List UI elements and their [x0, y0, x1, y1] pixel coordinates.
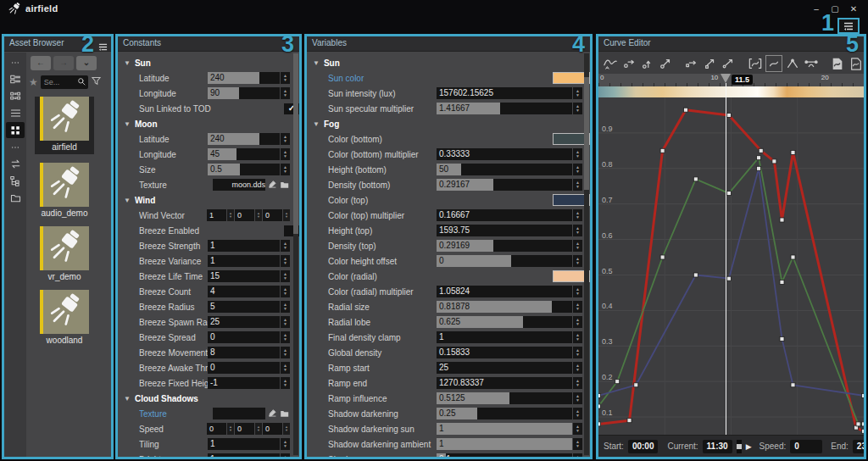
spinner-control[interactable]: ▲▼	[281, 270, 290, 282]
scrollbar-thumb[interactable]	[293, 53, 298, 234]
value-field[interactable]: 0.5125	[437, 392, 572, 404]
tangent-smooth-icon[interactable]	[721, 55, 736, 72]
value-field[interactable]: 1	[208, 240, 280, 252]
value-field[interactable]: 1	[208, 453, 280, 457]
spinner-control[interactable]: ▲▼	[227, 209, 234, 221]
move-key-horizontal-icon[interactable]	[620, 55, 636, 72]
current-time-line[interactable]	[726, 83, 726, 435]
value-field[interactable]: 1	[437, 331, 572, 343]
current-time-field[interactable]: 11:30	[703, 440, 732, 453]
value-field[interactable]: 8	[208, 347, 280, 358]
value-field[interactable]: 1	[208, 255, 280, 267]
value-field[interactable]: 0.16667	[437, 209, 572, 221]
section-sun[interactable]: ▼Sun	[118, 55, 299, 70]
spinner-control[interactable]: ▲▼	[573, 377, 582, 389]
value-field[interactable]: 240	[208, 72, 280, 84]
end-time-field[interactable]: 23:59	[853, 440, 866, 453]
spinner-control[interactable]: ▲▼	[573, 87, 582, 99]
spinner-control[interactable]: ▲▼	[573, 423, 582, 435]
favorites-star-icon[interactable]: ★	[29, 76, 38, 88]
spinner-control[interactable]: ▲▼	[573, 255, 582, 267]
value-field[interactable]: 90	[208, 87, 280, 99]
browse-folder-icon[interactable]	[280, 406, 290, 421]
value-field[interactable]: 4	[208, 286, 280, 297]
value-field[interactable]: 5	[208, 301, 280, 313]
spinner-control[interactable]: ▲▼	[227, 423, 234, 435]
value-field[interactable]: 1270.83337	[437, 377, 572, 389]
curve-graph[interactable]: 0.90.80.70.60.50.40.30.20.1	[598, 97, 864, 435]
spinner-control[interactable]: ▲▼	[573, 301, 582, 313]
vector-component-field[interactable]: 0	[235, 209, 254, 221]
spinner-control[interactable]: ▲▼	[573, 286, 582, 297]
ease-out-icon[interactable]	[765, 55, 782, 72]
value-field[interactable]: -1	[208, 377, 280, 389]
fit-curve-icon[interactable]	[603, 55, 618, 72]
spinner-control[interactable]: ▲▼	[573, 331, 582, 343]
spinner-control[interactable]: ▲▼	[281, 148, 290, 160]
flatten-tangents-icon[interactable]	[803, 55, 818, 72]
spinner-control[interactable]: ▲▼	[281, 377, 290, 389]
filter-funnel-icon[interactable]	[91, 75, 102, 90]
spinner-control[interactable]: ▲▼	[281, 87, 290, 99]
spinner-control[interactable]: ▲▼	[281, 362, 290, 374]
search-input[interactable]: Se...	[41, 75, 88, 89]
section-wind[interactable]: ▼Wind	[118, 192, 299, 208]
spinner-control[interactable]: ▲▼	[573, 164, 582, 175]
spinner-control[interactable]: ▲▼	[281, 72, 290, 84]
spinner-control[interactable]: ▲▼	[281, 347, 290, 358]
asset-item-audio_demo[interactable]: audio_demo	[35, 163, 94, 218]
spinner-control[interactable]: ▲▼	[573, 392, 582, 404]
spinner-control[interactable]: ▲▼	[281, 255, 290, 267]
folder-icon[interactable]	[6, 190, 25, 206]
spinner-control[interactable]: ▲▼	[573, 408, 582, 419]
section-cloud-shadows[interactable]: ▼Cloud Shadows	[118, 391, 299, 406]
swap-arrows-icon[interactable]	[6, 156, 25, 172]
thumb-list-view-icon[interactable]	[6, 71, 25, 87]
tangent-step-icon[interactable]	[684, 55, 699, 72]
value-field[interactable]: 15	[208, 270, 280, 282]
move-key-free-icon[interactable]	[657, 55, 672, 72]
section-moon[interactable]: ▼Moon	[118, 116, 299, 131]
vector-component-field[interactable]: 0	[263, 423, 282, 435]
value-field[interactable]: 0.15833	[437, 347, 572, 358]
edit-texture-icon[interactable]	[268, 177, 278, 192]
value-field[interactable]: 25	[437, 362, 572, 374]
value-field[interactable]: 0.625	[437, 316, 572, 328]
value-field[interactable]: 157602.15625	[437, 87, 572, 99]
value-field[interactable]: 0.33333	[437, 148, 572, 160]
value-field[interactable]: 240	[208, 133, 280, 145]
spinner-control[interactable]: ▲▼	[281, 240, 290, 252]
spinner-control[interactable]: ▲▼	[573, 453, 582, 457]
value-field[interactable]: 1.05824	[437, 286, 572, 297]
spinner-control[interactable]: ▲▼	[283, 209, 290, 221]
spinner-control[interactable]: ▲▼	[283, 423, 290, 435]
value-field[interactable]: 0.5	[208, 164, 280, 175]
texture-path-field[interactable]	[213, 408, 265, 419]
vector-component-field[interactable]: 0	[235, 423, 254, 435]
value-field[interactable]: 1	[437, 423, 572, 435]
spinner-control[interactable]: ▲▼	[281, 286, 290, 297]
play-button[interactable]: ▶	[746, 442, 752, 451]
spinner-control[interactable]: ▲▼	[281, 438, 290, 450]
spinner-control[interactable]: ▲▼	[573, 347, 582, 358]
value-field[interactable]: 1	[437, 438, 572, 450]
spinner-control[interactable]: ▲▼	[281, 301, 290, 313]
curve-editor-header[interactable]: Curve Editor 5	[598, 36, 864, 52]
ease-in-icon[interactable]	[747, 55, 762, 72]
vector-component-field[interactable]: 0	[207, 423, 226, 435]
spinner-control[interactable]: ▲▼	[573, 179, 582, 191]
value-field[interactable]: 0.25	[437, 408, 572, 419]
value-field[interactable]: 25	[208, 316, 280, 328]
spinner-control[interactable]: ▲▼	[573, 240, 582, 252]
vector-component-field[interactable]: 0	[263, 209, 282, 221]
value-field[interactable]: 0.29169	[437, 240, 572, 252]
list-view-icon[interactable]	[6, 105, 25, 121]
editor-menu-button[interactable]	[837, 18, 860, 34]
value-field[interactable]: 0	[437, 255, 572, 267]
grid-detail-view-icon[interactable]	[6, 88, 25, 104]
back-button[interactable]: ←	[31, 56, 51, 70]
section-sun[interactable]: ▼Sun	[307, 55, 590, 70]
texture-path-field[interactable]: moon.dds	[213, 179, 265, 191]
asset-item-vr_demo[interactable]: vr_demo	[35, 226, 94, 281]
section-fog[interactable]: ▼Fog	[307, 116, 590, 131]
